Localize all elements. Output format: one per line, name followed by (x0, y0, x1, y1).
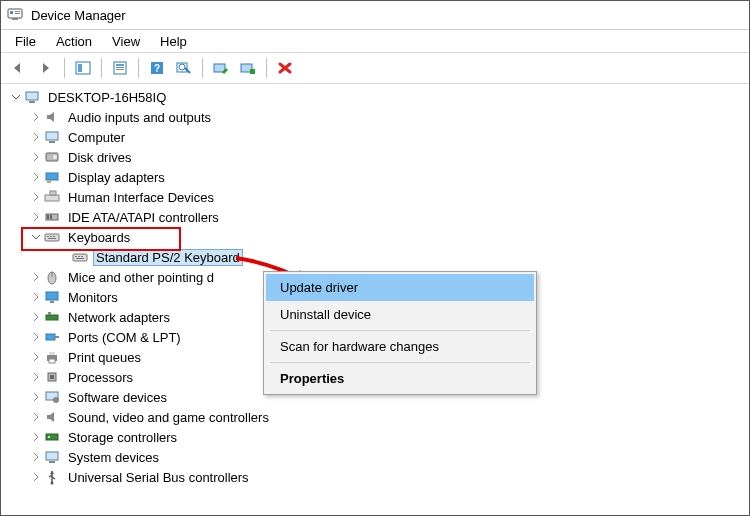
window-title: Device Manager (31, 8, 126, 23)
svg-point-54 (53, 397, 59, 403)
menu-scan-hardware[interactable]: Scan for hardware changes (266, 333, 534, 360)
svg-rect-40 (76, 258, 84, 259)
delete-button[interactable] (273, 56, 297, 80)
caret-right-icon[interactable] (29, 430, 43, 444)
caret-right-icon[interactable] (29, 350, 43, 364)
device-manager-window: Device Manager File Action View Help ? D… (0, 0, 750, 516)
separator (266, 58, 267, 78)
caret-right-icon[interactable] (29, 390, 43, 404)
context-menu: Update driver Uninstall device Scan for … (263, 271, 537, 395)
tree-item-hid[interactable]: Human Interface Devices (1, 187, 749, 207)
svg-point-56 (48, 436, 50, 438)
caret-right-icon[interactable] (29, 310, 43, 324)
uninstall-button[interactable] (236, 56, 260, 80)
svg-rect-44 (50, 301, 54, 303)
separator (270, 330, 530, 331)
svg-rect-35 (48, 238, 56, 239)
svg-rect-45 (46, 315, 58, 320)
svg-rect-6 (78, 64, 82, 72)
menu-uninstall-device[interactable]: Uninstall device (266, 301, 534, 328)
caret-right-icon[interactable] (29, 210, 43, 224)
svg-rect-31 (45, 234, 59, 241)
mouse-icon (43, 268, 61, 286)
tree-item-standard-keyboard[interactable]: Standard PS/2 Keyboard (1, 247, 749, 267)
cpu-icon (43, 368, 61, 386)
svg-rect-27 (50, 191, 56, 195)
caret-right-icon[interactable] (29, 370, 43, 384)
caret-right-icon[interactable] (29, 410, 43, 424)
tree-item-audio[interactable]: Audio inputs and outputs (1, 107, 749, 127)
svg-rect-19 (29, 101, 35, 103)
tree-label: Print queues (65, 349, 144, 366)
tree-item-system[interactable]: System devices (1, 447, 749, 467)
tree-label: System devices (65, 449, 162, 466)
svg-rect-36 (73, 254, 87, 261)
app-icon (7, 6, 23, 25)
tree-item-keyboards[interactable]: Keyboards (1, 227, 749, 247)
caret-right-icon[interactable] (29, 170, 43, 184)
svg-rect-2 (15, 11, 20, 12)
svg-rect-49 (49, 352, 55, 355)
tree-label: Storage controllers (65, 429, 180, 446)
caret-right-icon[interactable] (29, 150, 43, 164)
menu-properties[interactable]: Properties (266, 365, 534, 392)
menu-update-driver[interactable]: Update driver (266, 274, 534, 301)
display-adapter-icon (43, 168, 61, 186)
caret-right-icon[interactable] (29, 270, 43, 284)
svg-rect-37 (75, 256, 77, 257)
svg-rect-47 (46, 334, 55, 340)
hid-icon (43, 188, 61, 206)
svg-rect-26 (45, 195, 59, 201)
svg-rect-18 (26, 92, 38, 100)
svg-rect-9 (116, 67, 124, 68)
svg-point-23 (53, 155, 57, 159)
caret-right-icon[interactable] (29, 110, 43, 124)
svg-rect-1 (10, 11, 13, 14)
svg-rect-25 (47, 181, 51, 183)
caret-down-icon[interactable] (9, 90, 23, 104)
speaker-icon (43, 108, 61, 126)
caret-down-icon[interactable] (29, 230, 43, 244)
port-icon (43, 328, 61, 346)
help-button[interactable]: ? (145, 56, 169, 80)
properties-button[interactable] (108, 56, 132, 80)
tree-item-disk[interactable]: Disk drives (1, 147, 749, 167)
caret-right-icon[interactable] (29, 330, 43, 344)
caret-right-icon[interactable] (29, 130, 43, 144)
tree-item-usb[interactable]: Universal Serial Bus controllers (1, 467, 749, 487)
separator (101, 58, 102, 78)
menu-help[interactable]: Help (150, 32, 197, 51)
speaker-icon (43, 408, 61, 426)
update-driver-button[interactable] (209, 56, 233, 80)
menu-file[interactable]: File (5, 32, 46, 51)
svg-rect-21 (49, 141, 55, 143)
computer-icon (23, 88, 41, 106)
network-icon (43, 308, 61, 326)
caret-right-icon[interactable] (29, 190, 43, 204)
svg-rect-55 (46, 434, 58, 440)
svg-rect-50 (49, 359, 55, 363)
forward-button[interactable] (34, 56, 58, 80)
tree-item-ide[interactable]: IDE ATA/ATAPI controllers (1, 207, 749, 227)
tree-item-computer[interactable]: Computer (1, 127, 749, 147)
back-button[interactable] (7, 56, 31, 80)
menu-action[interactable]: Action (46, 32, 102, 51)
tree-item-display[interactable]: Display adapters (1, 167, 749, 187)
caret-right-icon[interactable] (29, 450, 43, 464)
root-label: DESKTOP-16H58IQ (45, 89, 169, 106)
svg-rect-4 (12, 18, 18, 20)
caret-right-icon[interactable] (29, 290, 43, 304)
tree-label: Ports (COM & LPT) (65, 329, 184, 346)
tree-item-sound[interactable]: Sound, video and game controllers (1, 407, 749, 427)
tree-label: Monitors (65, 289, 121, 306)
tree-label: Processors (65, 369, 136, 386)
system-icon (43, 448, 61, 466)
tree-label: Human Interface Devices (65, 189, 217, 206)
keyboard-icon (43, 228, 61, 246)
show-hide-tree-button[interactable] (71, 56, 95, 80)
tree-root[interactable]: DESKTOP-16H58IQ (1, 87, 749, 107)
tree-item-storage[interactable]: Storage controllers (1, 427, 749, 447)
menu-view[interactable]: View (102, 32, 150, 51)
scan-hardware-button[interactable] (172, 56, 196, 80)
caret-right-icon[interactable] (29, 470, 43, 484)
